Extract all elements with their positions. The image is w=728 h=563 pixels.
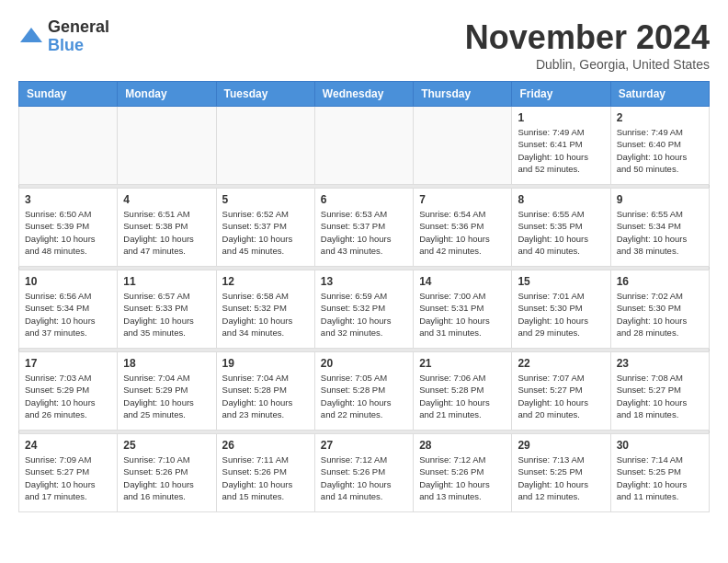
logo-blue: Blue bbox=[48, 37, 109, 55]
day-info: Sunrise: 6:58 AMSunset: 5:32 PMDaylight:… bbox=[222, 290, 309, 339]
day-info: Sunrise: 7:07 AMSunset: 5:27 PMDaylight:… bbox=[518, 372, 604, 420]
logo: General Blue bbox=[18, 18, 109, 55]
calendar-week-row: 24Sunrise: 7:09 AMSunset: 5:27 PMDayligh… bbox=[19, 434, 710, 512]
calendar-day-cell bbox=[414, 107, 512, 185]
day-info: Sunrise: 7:13 AMSunset: 5:25 PMDaylight:… bbox=[518, 454, 604, 502]
day-info: Sunrise: 7:49 AMSunset: 6:41 PMDaylight:… bbox=[518, 126, 604, 175]
day-info: Sunrise: 6:51 AMSunset: 5:38 PMDaylight:… bbox=[123, 208, 210, 257]
logo-icon bbox=[18, 24, 44, 50]
day-number: 26 bbox=[222, 439, 309, 452]
weekday-header: Sunday bbox=[19, 82, 118, 107]
day-info: Sunrise: 7:00 AMSunset: 5:31 PMDaylight:… bbox=[419, 290, 506, 339]
day-number: 5 bbox=[222, 193, 309, 206]
day-number: 10 bbox=[25, 275, 111, 288]
day-number: 13 bbox=[321, 275, 407, 288]
weekday-header: Monday bbox=[118, 82, 216, 107]
calendar-day-cell: 16Sunrise: 7:02 AMSunset: 5:30 PMDayligh… bbox=[610, 270, 709, 349]
day-number: 6 bbox=[321, 193, 407, 206]
day-number: 22 bbox=[518, 357, 604, 370]
day-number: 29 bbox=[518, 439, 604, 452]
day-info: Sunrise: 7:08 AMSunset: 5:27 PMDaylight:… bbox=[617, 372, 703, 420]
calendar-week-row: 17Sunrise: 7:03 AMSunset: 5:29 PMDayligh… bbox=[19, 352, 710, 431]
day-number: 2 bbox=[617, 111, 703, 124]
weekday-header: Saturday bbox=[610, 82, 709, 107]
calendar-day-cell: 15Sunrise: 7:01 AMSunset: 5:30 PMDayligh… bbox=[512, 270, 610, 349]
calendar-day-cell: 18Sunrise: 7:04 AMSunset: 5:29 PMDayligh… bbox=[118, 352, 216, 431]
day-info: Sunrise: 7:02 AMSunset: 5:30 PMDaylight:… bbox=[617, 290, 703, 339]
location: Dublin, Georgia, United States bbox=[465, 57, 710, 72]
weekday-header: Friday bbox=[512, 82, 610, 107]
day-number: 16 bbox=[617, 275, 703, 288]
calendar-day-cell: 2Sunrise: 7:49 AMSunset: 6:40 PMDaylight… bbox=[610, 107, 709, 185]
day-info: Sunrise: 7:04 AMSunset: 5:29 PMDaylight:… bbox=[123, 372, 210, 420]
day-number: 1 bbox=[518, 111, 604, 124]
day-info: Sunrise: 6:55 AMSunset: 5:35 PMDaylight:… bbox=[518, 208, 604, 257]
day-number: 25 bbox=[123, 439, 210, 452]
calendar-day-cell: 24Sunrise: 7:09 AMSunset: 5:27 PMDayligh… bbox=[19, 434, 118, 512]
calendar-day-cell: 29Sunrise: 7:13 AMSunset: 5:25 PMDayligh… bbox=[512, 434, 610, 512]
day-info: Sunrise: 7:49 AMSunset: 6:40 PMDaylight:… bbox=[617, 126, 703, 175]
calendar-day-cell: 1Sunrise: 7:49 AMSunset: 6:41 PMDaylight… bbox=[512, 107, 610, 185]
svg-marker-0 bbox=[20, 28, 42, 42]
day-number: 11 bbox=[123, 275, 210, 288]
calendar-day-cell: 3Sunrise: 6:50 AMSunset: 5:39 PMDaylight… bbox=[19, 189, 118, 267]
day-number: 18 bbox=[123, 357, 210, 370]
calendar-day-cell: 6Sunrise: 6:53 AMSunset: 5:37 PMDaylight… bbox=[314, 189, 413, 267]
day-number: 19 bbox=[222, 357, 309, 370]
calendar-day-cell: 21Sunrise: 7:06 AMSunset: 5:28 PMDayligh… bbox=[414, 352, 512, 431]
calendar-day-cell: 30Sunrise: 7:14 AMSunset: 5:25 PMDayligh… bbox=[610, 434, 709, 512]
day-info: Sunrise: 7:10 AMSunset: 5:26 PMDaylight:… bbox=[123, 454, 210, 502]
calendar-day-cell: 4Sunrise: 6:51 AMSunset: 5:38 PMDaylight… bbox=[118, 189, 216, 267]
calendar-week-row: 10Sunrise: 6:56 AMSunset: 5:34 PMDayligh… bbox=[19, 270, 710, 349]
calendar-day-cell: 13Sunrise: 6:59 AMSunset: 5:32 PMDayligh… bbox=[314, 270, 413, 349]
day-number: 28 bbox=[419, 439, 506, 452]
day-info: Sunrise: 6:50 AMSunset: 5:39 PMDaylight:… bbox=[25, 208, 111, 257]
calendar-day-cell: 11Sunrise: 6:57 AMSunset: 5:33 PMDayligh… bbox=[118, 270, 216, 349]
day-info: Sunrise: 6:57 AMSunset: 5:33 PMDaylight:… bbox=[123, 290, 210, 339]
day-info: Sunrise: 7:12 AMSunset: 5:26 PMDaylight:… bbox=[321, 454, 407, 502]
calendar-table: SundayMondayTuesdayWednesdayThursdayFrid… bbox=[18, 81, 710, 512]
calendar-day-cell: 7Sunrise: 6:54 AMSunset: 5:36 PMDaylight… bbox=[414, 189, 512, 267]
weekday-header: Tuesday bbox=[216, 82, 314, 107]
calendar-day-cell: 22Sunrise: 7:07 AMSunset: 5:27 PMDayligh… bbox=[512, 352, 610, 431]
day-number: 24 bbox=[25, 439, 111, 452]
day-number: 15 bbox=[518, 275, 604, 288]
day-number: 27 bbox=[321, 439, 407, 452]
calendar-day-cell bbox=[314, 107, 413, 185]
day-info: Sunrise: 6:54 AMSunset: 5:36 PMDaylight:… bbox=[419, 208, 506, 257]
calendar-day-cell: 26Sunrise: 7:11 AMSunset: 5:26 PMDayligh… bbox=[216, 434, 314, 512]
day-info: Sunrise: 7:14 AMSunset: 5:25 PMDaylight:… bbox=[617, 454, 703, 502]
day-info: Sunrise: 6:55 AMSunset: 5:34 PMDaylight:… bbox=[617, 208, 703, 257]
calendar-day-cell: 9Sunrise: 6:55 AMSunset: 5:34 PMDaylight… bbox=[610, 189, 709, 267]
day-number: 17 bbox=[25, 357, 111, 370]
day-info: Sunrise: 7:05 AMSunset: 5:28 PMDaylight:… bbox=[321, 372, 407, 420]
calendar-day-cell: 23Sunrise: 7:08 AMSunset: 5:27 PMDayligh… bbox=[610, 352, 709, 431]
day-info: Sunrise: 7:06 AMSunset: 5:28 PMDaylight:… bbox=[419, 372, 506, 420]
day-number: 14 bbox=[419, 275, 506, 288]
calendar-day-cell bbox=[118, 107, 216, 185]
day-info: Sunrise: 7:04 AMSunset: 5:28 PMDaylight:… bbox=[222, 372, 309, 420]
calendar-week-row: 1Sunrise: 7:49 AMSunset: 6:41 PMDaylight… bbox=[19, 107, 710, 185]
day-number: 4 bbox=[123, 193, 210, 206]
calendar-day-cell: 10Sunrise: 6:56 AMSunset: 5:34 PMDayligh… bbox=[19, 270, 118, 349]
calendar-day-cell: 19Sunrise: 7:04 AMSunset: 5:28 PMDayligh… bbox=[216, 352, 314, 431]
month-title: November 2024 bbox=[465, 18, 710, 57]
day-info: Sunrise: 6:52 AMSunset: 5:37 PMDaylight:… bbox=[222, 208, 309, 257]
title-block: November 2024 Dublin, Georgia, United St… bbox=[465, 18, 710, 72]
calendar-day-cell: 12Sunrise: 6:58 AMSunset: 5:32 PMDayligh… bbox=[216, 270, 314, 349]
calendar-day-cell: 25Sunrise: 7:10 AMSunset: 5:26 PMDayligh… bbox=[118, 434, 216, 512]
calendar-day-cell: 8Sunrise: 6:55 AMSunset: 5:35 PMDaylight… bbox=[512, 189, 610, 267]
day-info: Sunrise: 6:56 AMSunset: 5:34 PMDaylight:… bbox=[25, 290, 111, 339]
calendar-day-cell: 17Sunrise: 7:03 AMSunset: 5:29 PMDayligh… bbox=[19, 352, 118, 431]
calendar-day-cell: 14Sunrise: 7:00 AMSunset: 5:31 PMDayligh… bbox=[414, 270, 512, 349]
calendar-day-cell bbox=[216, 107, 314, 185]
day-info: Sunrise: 7:01 AMSunset: 5:30 PMDaylight:… bbox=[518, 290, 604, 339]
day-number: 23 bbox=[617, 357, 703, 370]
calendar-day-cell: 27Sunrise: 7:12 AMSunset: 5:26 PMDayligh… bbox=[314, 434, 413, 512]
day-info: Sunrise: 7:12 AMSunset: 5:26 PMDaylight:… bbox=[419, 454, 506, 502]
day-number: 8 bbox=[518, 193, 604, 206]
day-info: Sunrise: 7:03 AMSunset: 5:29 PMDaylight:… bbox=[25, 372, 111, 420]
day-info: Sunrise: 7:11 AMSunset: 5:26 PMDaylight:… bbox=[222, 454, 309, 502]
day-info: Sunrise: 7:09 AMSunset: 5:27 PMDaylight:… bbox=[25, 454, 111, 502]
page-header: General Blue November 2024 Dublin, Georg… bbox=[18, 18, 710, 72]
